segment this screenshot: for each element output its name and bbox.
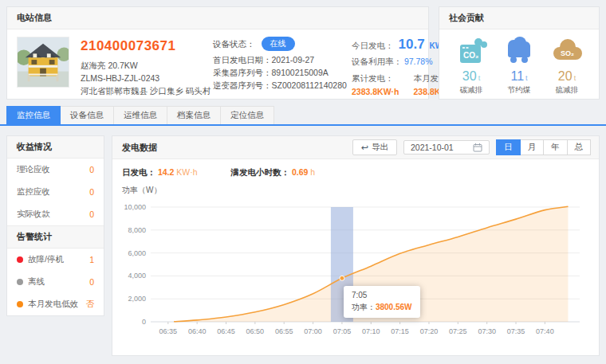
chart-panel-title: 发电数据 (122, 142, 157, 154)
income-monitored-value: 0 (89, 187, 94, 197)
station-basic-info: 210400073671 赵海亮 20.7KW ZLMS-HBJ-ZJL-024… (81, 37, 202, 97)
svg-text:07:15: 07:15 (391, 327, 409, 335)
so2-value: 20 (558, 69, 573, 83)
date-picker-input[interactable]: 2021-10-01 (403, 140, 490, 155)
date-picker-value: 2021-10-01 (411, 143, 454, 152)
tab-location-info[interactable]: 定位信息 (221, 106, 274, 124)
alarm-row-fault: 故障/停机 1 (7, 249, 104, 271)
svg-text:06:50: 06:50 (246, 327, 265, 335)
inverter-sn: SZ00208112140280 (272, 80, 347, 90)
so2-label: 硫减排 (546, 85, 588, 96)
income-row-theoretical: 理论应收 0 (7, 159, 104, 181)
so2-unit: t (574, 74, 576, 82)
collector-sn: 89100215009A (272, 68, 329, 77)
device-status-label: 设备状态： (213, 37, 255, 50)
range-month-button[interactable]: 月 (521, 139, 545, 155)
collector-sn-label: 采集器序列号： (213, 68, 272, 77)
today-gen-label: 今日发电： (352, 41, 394, 52)
svg-text:07:20: 07:20 (420, 327, 439, 335)
y-axis-title: 功率（W） (122, 185, 591, 196)
alarm-row-offline: 离线 0 (7, 271, 104, 293)
alarm-section-title: 告警统计 (7, 225, 104, 249)
stat-total-gen-value: 2383.8KW·h (352, 87, 399, 96)
co2-unit: t (478, 74, 481, 82)
first-gen-label: 首日发电日期： (213, 55, 272, 65)
income-section-title: 收益情况 (7, 136, 104, 159)
offline-dot-icon (17, 279, 23, 285)
tooltip-time: 7:05 (352, 291, 412, 299)
export-button[interactable]: ↩ 导出 (352, 139, 397, 155)
fault-dot-icon (17, 256, 23, 263)
svg-text:07:05: 07:05 (333, 327, 352, 335)
station-photo (17, 37, 69, 88)
station-code: ZLMS-HBJ-ZJL-0243 (81, 72, 202, 84)
coal-saving-icon (502, 36, 537, 65)
top-row: 电站信息 210400 (0, 0, 606, 100)
generation-data-panel: 发电数据 ↩ 导出 2021-10-01 日 月 (112, 135, 600, 356)
alarm-row-low-efficiency: 本月发电低效 否 (7, 293, 104, 315)
tab-device-info[interactable]: 设备信息 (61, 106, 114, 124)
svg-text:06:55: 06:55 (275, 327, 293, 335)
tooltip-value: 3800.56W (376, 303, 412, 311)
svg-text:07:00: 07:00 (304, 327, 322, 335)
co2-value: 30 (462, 69, 477, 83)
coal-value: 11 (510, 69, 524, 83)
svg-text:07:25: 07:25 (449, 327, 467, 335)
day-gen-unit: KW·h (176, 167, 197, 177)
co2-label: 碳减排 (451, 85, 492, 96)
online-status-badge: 在线 (262, 37, 295, 51)
alarm-fault-value: 1 (89, 255, 94, 264)
station-panel-title: 电站信息 (7, 7, 428, 29)
day-gen-label: 日发电： (122, 167, 155, 177)
svg-text:10,000: 10,000 (124, 203, 146, 211)
svg-text:8,000: 8,000 (128, 226, 146, 234)
utilization-value: 97.78% (404, 57, 433, 66)
svg-text:SO₂: SO₂ (561, 49, 574, 57)
main-tabbar: 监控信息 设备信息 运维信息 档案信息 定位信息 (0, 106, 606, 126)
income-theoretical-value: 0 (89, 165, 94, 174)
power-chart[interactable]: 02,0004,0006,0008,00010,00006:3506:4006:… (120, 198, 589, 341)
svg-text:6,000: 6,000 (128, 249, 146, 257)
stat-total-gen-label: 累计发电： (352, 73, 399, 84)
sidebar-panel: 收益情况 理论应收 0 监控应收 0 实际收款 0 告警统计 故障/停机 1 离… (6, 135, 104, 316)
income-theoretical-label: 理论应收 (17, 164, 50, 175)
station-owner: 赵海亮 20.7KW (81, 59, 202, 72)
coal-unit: t (525, 74, 528, 82)
svg-text:07:10: 07:10 (362, 327, 380, 335)
social-panel-title: 社会贡献 (439, 7, 599, 29)
station-info-panel: 电站信息 210400 (6, 6, 429, 100)
station-address: 河北省邯郸市魏县 沙口集乡 码头村 (81, 84, 202, 97)
income-monitored-label: 监控应收 (17, 186, 50, 198)
coal-label: 节约煤 (498, 85, 540, 96)
range-day-button[interactable]: 日 (496, 139, 521, 155)
stat-total-gen: 累计发电： 2383.8KW·h (352, 73, 399, 96)
station-body: 210400073671 赵海亮 20.7KW ZLMS-HBJ-ZJL-024… (7, 29, 428, 104)
income-row-actual: 实际收款 0 (7, 203, 104, 225)
full-hours-unit: h (310, 167, 315, 177)
tab-ops-info[interactable]: 运维信息 (114, 106, 167, 124)
inverter-sn-label: 逆变器序列号： (213, 80, 272, 90)
today-gen-value: 10.7 (399, 37, 425, 53)
so2-reduction-icon: SO₂ (549, 36, 584, 65)
tab-monitor-info[interactable]: 监控信息 (6, 106, 61, 124)
svg-text:06:40: 06:40 (188, 327, 207, 335)
range-total-button[interactable]: 总 (568, 139, 592, 155)
range-year-button[interactable]: 年 (544, 139, 568, 155)
social-item-so2: SO₂ 20t 硫减排 (546, 36, 588, 96)
svg-text:4,000: 4,000 (128, 272, 146, 280)
tooltip-series-label: 功率： (352, 303, 376, 311)
day-gen-value: 14.2 (158, 167, 174, 177)
svg-text:07:40: 07:40 (536, 327, 554, 335)
utilization-label: 设备利用率： (352, 57, 402, 66)
alarm-fault-label: 故障/停机 (28, 254, 64, 265)
social-contribution-panel: 社会贡献 CO₂ 30t 碳减排 11t 节约煤 (439, 6, 600, 100)
export-arrow-icon: ↩ (361, 143, 368, 152)
first-gen-date: 2021-09-27 (272, 55, 315, 65)
low-efficiency-dot-icon (17, 301, 23, 307)
social-item-coal: 11t 节约煤 (498, 36, 540, 96)
alarm-low-eff-value: 否 (86, 299, 95, 310)
station-id: 210400073671 (81, 38, 202, 54)
alarm-offline-label: 离线 (28, 276, 45, 288)
export-button-label: 导出 (372, 142, 388, 153)
tab-archive-info[interactable]: 档案信息 (167, 106, 221, 124)
